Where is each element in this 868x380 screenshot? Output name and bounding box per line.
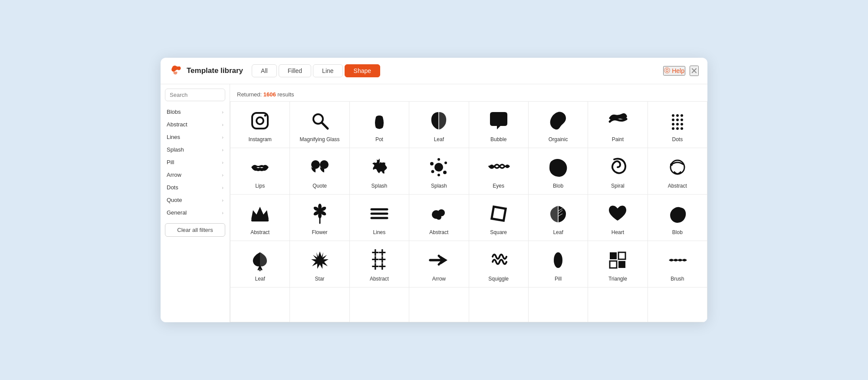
lips-icon [248,155,272,179]
cell-label-lines: Lines [373,229,386,235]
sidebar-item-lines[interactable]: Lines › [161,131,230,143]
svg-point-45 [436,215,441,220]
spiral-icon [605,155,630,179]
help-button[interactable]: ⓪ Help [663,66,685,76]
svg-point-4 [314,115,322,123]
grid-cell-triangle[interactable]: Triangle [588,241,648,287]
grid-cell-paint[interactable]: Paint [588,102,648,148]
grid-cell-quote[interactable]: Quote [290,148,349,195]
leaf3-icon [248,248,272,272]
sidebar-item-arrow-label: Arrow [167,172,181,178]
grid-cell-empty-3 [350,287,409,322]
sidebar-item-splash-label: Splash [167,146,184,153]
sidebar-item-pill[interactable]: Pill › [161,156,230,169]
grid-cell-empty-5 [469,287,529,322]
eyes-icon [487,155,511,179]
grid-cell-abstract[interactable]: Abstract [648,148,707,195]
svg-rect-58 [610,252,617,259]
grid-cell-arrow[interactable]: Arrow [409,241,469,287]
main-content: Returned: 1606 results Instagram [230,84,707,322]
grid-cell-leaf2[interactable]: Leaf [529,195,588,241]
sidebar-item-quote[interactable]: Quote › [161,194,230,206]
splash2-icon [427,155,451,179]
abstract2-icon [427,202,451,226]
grid-cell-spiral[interactable]: Spiral [588,148,648,195]
search-input[interactable] [165,89,225,101]
cell-label-leaf3: Leaf [255,276,265,282]
cell-label-leaf: Leaf [434,136,444,142]
tab-shape[interactable]: Shape [345,64,380,77]
close-button[interactable]: ✕ [690,66,699,76]
tab-all[interactable]: All [252,64,277,77]
grid-cell-blob[interactable]: Blob [529,148,588,195]
modal-title: Template library [187,66,243,75]
sidebar-item-splash[interactable]: Splash › [161,143,230,156]
grid-cell-heart[interactable]: Heart [588,195,648,241]
sidebar-item-quote-label: Quote [167,197,182,203]
grid-cell-organic[interactable]: Orgainic [529,102,588,148]
cell-label-abstract2: Abstract [429,229,448,235]
icon-grid: Instagram Magnifying Glass Pot [230,101,707,322]
results-suffix: results [277,91,294,98]
cell-label-pot: Pot [375,136,383,142]
cell-label-eyes: Eyes [493,183,504,189]
cell-label-organic: Orgainic [549,136,568,142]
svg-rect-31 [251,219,269,221]
svg-point-19 [681,127,683,130]
grid-cell-abstract2[interactable]: Abstract [409,195,469,241]
svg-point-11 [672,119,674,121]
tab-filled[interactable]: Filled [279,64,311,77]
grid-cell-crown[interactable]: Abstract [230,195,290,241]
grid-cell-eyes[interactable]: Eyes [469,148,529,195]
clear-filters-button[interactable]: Clear all filters [165,223,225,237]
cell-label-bubble: Bubble [490,136,506,142]
cell-label-paint: Paint [612,136,624,142]
svg-point-21 [320,160,329,169]
grid-cell-pill[interactable]: Pill [529,241,588,287]
grid-cell-leaf[interactable]: Leaf [409,102,469,148]
bubble-icon [487,109,511,133]
tabs-container: All Filled Line Shape [252,64,654,77]
tab-line[interactable]: Line [313,64,342,77]
chevron-right-icon: › [222,185,224,190]
square-icon [487,202,511,226]
svg-point-10 [681,114,683,117]
grid-cell-bubble[interactable]: Bubble [469,102,529,148]
sidebar-item-abstract[interactable]: Abstract › [161,118,230,131]
grid-cell-empty-2 [290,287,349,322]
sidebar-item-dots-label: Dots [167,184,178,191]
grid-cell-lines[interactable]: Lines [350,195,409,241]
grid-cell-leaf3[interactable]: Leaf [230,241,290,287]
cell-label-star: Star [315,276,325,282]
grid-cell-abstract3[interactable]: + + + + + + Abstract [350,241,409,287]
svg-point-24 [444,162,447,164]
grid-cell-square[interactable]: Square [469,195,529,241]
grid-cell-instagram[interactable]: Instagram [230,102,290,148]
pot-icon [367,109,391,133]
header-right: ⓪ Help ✕ [663,66,699,76]
sidebar-item-dots[interactable]: Dots › [161,181,230,194]
sidebar-item-abstract-label: Abstract [167,121,187,128]
sidebar-item-general[interactable]: General › [161,206,230,219]
sidebar-item-arrow[interactable]: Arrow › [161,169,230,181]
sidebar-item-blobs[interactable]: Blobs › [161,106,230,118]
grid-cell-flower[interactable]: Flower [290,195,349,241]
grid-cell-pot[interactable]: Pot [350,102,409,148]
grid-cell-splash2[interactable]: Splash [409,148,469,195]
svg-point-57 [554,252,562,268]
grid-cell-star[interactable]: Star [290,241,349,287]
grid-cell-magnifying-glass[interactable]: Magnifying Glass [290,102,349,148]
grid-cell-squiggle[interactable]: Squiggle [469,241,529,287]
grid-cell-empty-4 [409,287,469,322]
grid-cell-brush[interactable]: Brush [648,241,707,287]
chevron-right-icon: › [222,147,224,152]
grid-cell-splash1[interactable]: Splash [350,148,409,195]
grid-cell-lips[interactable]: Lips [230,148,290,195]
grid-cell-blob2[interactable]: Blob [648,195,707,241]
results-label: Returned: [237,91,262,98]
svg-text:+: + [378,259,386,272]
cell-label-abstract: Abstract [668,183,687,189]
grid-cell-dots[interactable]: Dots [648,102,707,148]
svg-point-27 [437,158,440,161]
chevron-right-icon: › [222,210,224,215]
